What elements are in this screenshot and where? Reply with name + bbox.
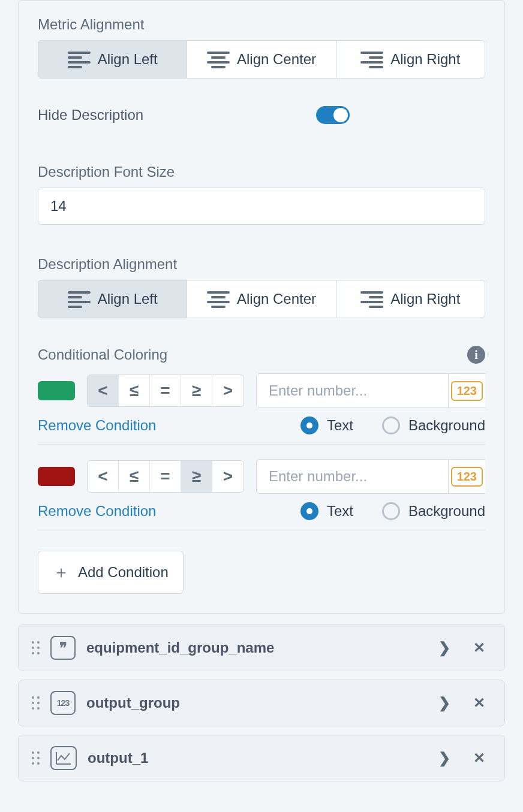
info-icon[interactable]: i [467, 346, 485, 364]
conditional-coloring-label: Conditional Coloring i [38, 346, 485, 364]
operator-eq-button[interactable]: = [150, 375, 181, 406]
condition-value-input[interactable] [256, 459, 449, 494]
drag-handle-icon[interactable] [32, 641, 40, 654]
apply-to-text-radio[interactable] [300, 502, 318, 520]
settings-panel: Metric Alignment Align Left Align Center… [18, 0, 505, 614]
remove-field-icon[interactable]: ✕ [467, 750, 491, 766]
desc-align-center-label: Align Center [237, 291, 316, 307]
field-item-0[interactable]: ❞ equipment_id_group_name ❯ ✕ [18, 624, 505, 671]
operator-gt-button[interactable]: > [212, 375, 244, 406]
description-font-size-label-text: Description Font Size [38, 164, 175, 180]
description-font-size-label: Description Font Size [38, 164, 485, 180]
align-center-icon [207, 290, 230, 308]
condition-row-1: < ≤ = ≥ > 123 Remove Condition Text Back… [38, 459, 485, 530]
operator-group: < ≤ = ≥ > [87, 460, 244, 493]
plus-icon: ＋ [53, 561, 70, 584]
apply-to-background-label: Background [408, 417, 485, 434]
operator-lte-button[interactable]: ≤ [119, 461, 150, 492]
numeric-type-badge[interactable]: 123 [449, 459, 485, 494]
metric-align-right-button[interactable]: Align Right [336, 40, 485, 79]
align-right-icon [360, 290, 383, 308]
operator-gte-button[interactable]: ≥ [181, 461, 212, 492]
apply-to-text-label: Text [327, 417, 353, 434]
desc-align-left-button[interactable]: Align Left [38, 280, 187, 318]
add-condition-label: Add Condition [78, 564, 169, 581]
metric-align-left-label: Align Left [98, 51, 158, 68]
expand-icon[interactable]: ❯ [432, 639, 456, 656]
hide-description-toggle[interactable] [316, 106, 350, 124]
metric-alignment-label: Metric Alignment [38, 16, 485, 33]
metric-align-center-label: Align Center [237, 51, 316, 68]
chart-type-icon [50, 746, 77, 770]
hide-description-row: Hide Description [38, 106, 350, 124]
description-font-size-input[interactable] [38, 188, 485, 225]
hide-description-label: Hide Description [38, 107, 143, 123]
metric-alignment-label-text: Metric Alignment [38, 16, 144, 33]
toggle-knob [333, 108, 348, 122]
drag-handle-icon[interactable] [32, 696, 40, 710]
condition-value-input[interactable] [256, 373, 449, 408]
metric-align-right-label: Align Right [390, 51, 460, 68]
condition-row-0: < ≤ = ≥ > 123 Remove Condition Text Back… [38, 373, 485, 445]
align-right-icon [360, 50, 383, 68]
numeric-type-badge-text: 123 [451, 467, 483, 487]
apply-to-background-radio[interactable] [382, 416, 400, 434]
remove-condition-link[interactable]: Remove Condition [38, 417, 156, 434]
description-alignment-group: Align Left Align Center Align Right [38, 280, 485, 318]
remove-field-icon[interactable]: ✕ [467, 695, 491, 711]
numeric-type-badge-text: 123 [451, 381, 483, 401]
field-item-1[interactable]: 123 output_group ❯ ✕ [18, 680, 505, 726]
string-type-icon: ❞ [50, 636, 76, 660]
add-condition-button[interactable]: ＋ Add Condition [38, 551, 184, 594]
desc-align-right-button[interactable]: Align Right [336, 280, 485, 318]
apply-to-radio-group: Text Background [300, 416, 485, 434]
remove-field-icon[interactable]: ✕ [467, 639, 491, 656]
condition-color-swatch[interactable] [38, 467, 75, 486]
operator-lt-button[interactable]: < [88, 375, 119, 406]
desc-align-center-button[interactable]: Align Center [187, 280, 336, 318]
conditional-coloring-label-text: Conditional Coloring [38, 346, 167, 363]
operator-eq-button[interactable]: = [150, 461, 181, 492]
expand-icon[interactable]: ❯ [432, 695, 456, 711]
remove-condition-link[interactable]: Remove Condition [38, 503, 156, 520]
metric-align-center-button[interactable]: Align Center [187, 40, 336, 79]
desc-align-left-label: Align Left [98, 291, 158, 307]
metric-alignment-group: Align Left Align Center Align Right [38, 40, 485, 79]
description-alignment-label: Description Alignment [38, 256, 485, 273]
operator-gt-button[interactable]: > [212, 461, 244, 492]
drag-handle-icon[interactable] [32, 751, 40, 765]
expand-icon[interactable]: ❯ [432, 750, 456, 766]
numeric-type-icon: 123 [50, 691, 76, 715]
apply-to-text-radio[interactable] [300, 416, 318, 434]
operator-lte-button[interactable]: ≤ [119, 375, 150, 406]
description-alignment-label-text: Description Alignment [38, 256, 177, 273]
field-name-label: equipment_id_group_name [86, 639, 422, 656]
apply-to-background-label: Background [408, 503, 485, 520]
apply-to-radio-group: Text Background [300, 502, 485, 520]
field-name-label: output_group [86, 695, 422, 711]
field-item-2[interactable]: output_1 ❯ ✕ [18, 735, 505, 781]
operator-group: < ≤ = ≥ > [87, 375, 244, 407]
condition-color-swatch[interactable] [38, 381, 75, 400]
field-name-label: output_1 [88, 750, 422, 766]
metric-align-left-button[interactable]: Align Left [38, 40, 187, 79]
apply-to-text-label: Text [327, 503, 353, 520]
align-center-icon [207, 50, 230, 68]
align-left-icon [68, 290, 91, 308]
desc-align-right-label: Align Right [390, 291, 460, 307]
operator-gte-button[interactable]: ≥ [181, 375, 212, 406]
align-left-icon [68, 50, 91, 68]
operator-lt-button[interactable]: < [88, 461, 119, 492]
numeric-type-badge[interactable]: 123 [449, 373, 485, 408]
apply-to-background-radio[interactable] [382, 502, 400, 520]
